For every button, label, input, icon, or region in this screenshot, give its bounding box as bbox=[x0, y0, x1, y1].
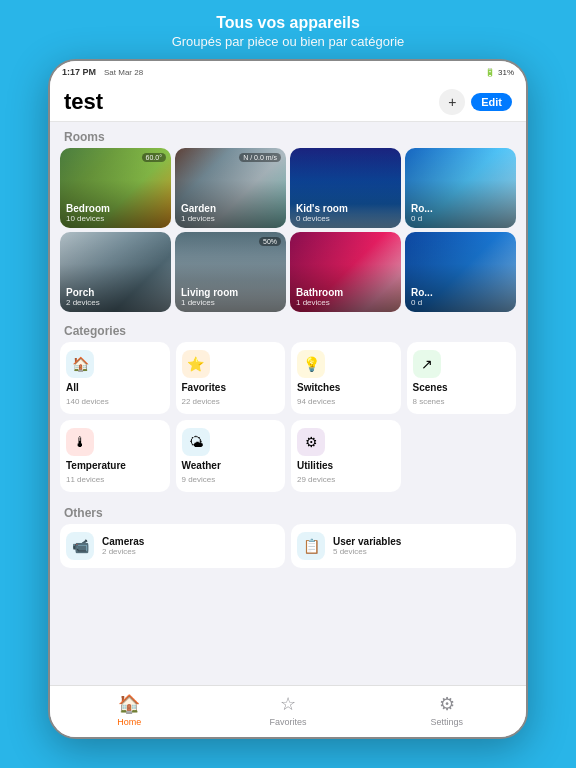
category-icon-glyph: ⭐ bbox=[187, 356, 204, 372]
other-count: 2 devices bbox=[102, 547, 144, 556]
status-date: Sat Mar 28 bbox=[104, 68, 143, 77]
room-info: Ro... 0 d bbox=[411, 287, 510, 307]
category-name: Utilities bbox=[297, 460, 333, 471]
app-header-text: Tous vos appareils Groupés par pièce ou … bbox=[152, 0, 425, 59]
category-icon: 💡 bbox=[297, 350, 325, 378]
category-card[interactable]: 🌤 Weather 9 devices bbox=[176, 420, 286, 492]
room-info: Bedroom 10 devices bbox=[66, 203, 165, 223]
category-name: All bbox=[66, 382, 79, 393]
category-icon-glyph: 🌤 bbox=[189, 434, 203, 450]
header-actions: + Edit bbox=[439, 89, 512, 115]
room-info: Kid's room 0 devices bbox=[296, 203, 395, 223]
category-icon-glyph: ↗ bbox=[421, 356, 433, 372]
app-subtitle: Groupés par pièce ou bien par catégorie bbox=[172, 34, 405, 49]
room-info: Porch 2 devices bbox=[66, 287, 165, 307]
other-info: Cameras 2 devices bbox=[102, 536, 144, 556]
category-icon: ↗ bbox=[413, 350, 441, 378]
others-label: Others bbox=[50, 498, 526, 524]
others-grid: 📹 Cameras 2 devices 📋 User variables 5 d… bbox=[50, 524, 526, 578]
room-card[interactable]: Kid's room 0 devices bbox=[290, 148, 401, 228]
room-name: Garden bbox=[181, 203, 280, 214]
category-count: 22 devices bbox=[182, 397, 220, 406]
room-badge: 60.0° bbox=[142, 153, 166, 162]
status-indicators: 🔋 31% bbox=[485, 68, 514, 77]
category-count: 8 scenes bbox=[413, 397, 445, 406]
tab-home[interactable]: 🏠 Home bbox=[50, 693, 209, 727]
room-devices: 0 d bbox=[411, 214, 510, 223]
room-card[interactable]: Ro... 0 d bbox=[405, 148, 516, 228]
status-bar: 1:17 PM Sat Mar 28 🔋 31% bbox=[50, 61, 526, 83]
battery-level: 31% bbox=[498, 68, 514, 77]
category-count: 9 devices bbox=[182, 475, 216, 484]
category-name: Weather bbox=[182, 460, 221, 471]
category-icon: ⚙ bbox=[297, 428, 325, 456]
room-badge: N / 0.0 m/s bbox=[239, 153, 281, 162]
tab-favorites[interactable]: ☆ Favorites bbox=[209, 693, 368, 727]
battery-icon: 🔋 bbox=[485, 68, 495, 77]
room-card[interactable]: N / 0.0 m/s Garden 1 devices bbox=[175, 148, 286, 228]
room-card[interactable]: Bathroom 1 devices bbox=[290, 232, 401, 312]
device-frame: 1:17 PM Sat Mar 28 🔋 31% test + Edit Roo… bbox=[48, 59, 528, 739]
category-name: Favorites bbox=[182, 382, 226, 393]
room-card[interactable]: Porch 2 devices bbox=[60, 232, 171, 312]
tab-label: Home bbox=[117, 717, 141, 727]
category-name: Scenes bbox=[413, 382, 448, 393]
category-count: 11 devices bbox=[66, 475, 104, 484]
category-icon-glyph: 🏠 bbox=[72, 356, 89, 372]
category-icon-glyph: 💡 bbox=[303, 356, 320, 372]
other-icon: 📹 bbox=[66, 532, 94, 560]
other-count: 5 devices bbox=[333, 547, 401, 556]
room-devices: 10 devices bbox=[66, 214, 165, 223]
category-card[interactable]: 🏠 All 140 devices bbox=[60, 342, 170, 414]
room-name: Porch bbox=[66, 287, 165, 298]
room-info: Ro... 0 d bbox=[411, 203, 510, 223]
category-name: Switches bbox=[297, 382, 340, 393]
category-card[interactable]: 💡 Switches 94 devices bbox=[291, 342, 401, 414]
room-badge: 50% bbox=[259, 237, 281, 246]
room-info: Living room 1 devices bbox=[181, 287, 280, 307]
other-card[interactable]: 📋 User variables 5 devices bbox=[291, 524, 516, 568]
category-icon: 🌤 bbox=[182, 428, 210, 456]
edit-button[interactable]: Edit bbox=[471, 93, 512, 111]
tab-settings[interactable]: ⚙ Settings bbox=[367, 693, 526, 727]
app-title: Tous vos appareils bbox=[172, 14, 405, 32]
room-name: Kid's room bbox=[296, 203, 395, 214]
room-devices: 1 devices bbox=[181, 298, 280, 307]
category-icon: 🏠 bbox=[66, 350, 94, 378]
other-name: User variables bbox=[333, 536, 401, 547]
category-icon: 🌡 bbox=[66, 428, 94, 456]
category-card[interactable]: ⭐ Favorites 22 devices bbox=[176, 342, 286, 414]
room-devices: 1 devices bbox=[296, 298, 395, 307]
category-card[interactable]: 🌡 Temperature 11 devices bbox=[60, 420, 170, 492]
room-devices: 0 d bbox=[411, 298, 510, 307]
category-card[interactable]: ↗ Scenes 8 scenes bbox=[407, 342, 517, 414]
category-count: 94 devices bbox=[297, 397, 335, 406]
home-name: test bbox=[64, 89, 103, 115]
tab-icon: 🏠 bbox=[118, 693, 140, 715]
other-icon: 📋 bbox=[297, 532, 325, 560]
category-icon-glyph: 🌡 bbox=[73, 434, 87, 450]
main-content[interactable]: Rooms 60.0° Bedroom 10 devices N / 0.0 m… bbox=[50, 122, 526, 685]
category-card[interactable]: ⚙ Utilities 29 devices bbox=[291, 420, 401, 492]
room-name: Bathroom bbox=[296, 287, 395, 298]
room-card[interactable]: 50% Living room 1 devices bbox=[175, 232, 286, 312]
category-count: 140 devices bbox=[66, 397, 109, 406]
room-name: Ro... bbox=[411, 203, 510, 214]
add-button[interactable]: + bbox=[439, 89, 465, 115]
tab-bar: 🏠 Home ☆ Favorites ⚙ Settings bbox=[50, 685, 526, 737]
room-devices: 2 devices bbox=[66, 298, 165, 307]
plus-icon: + bbox=[448, 94, 456, 110]
tab-label: Settings bbox=[430, 717, 463, 727]
category-count: 29 devices bbox=[297, 475, 335, 484]
room-card[interactable]: 60.0° Bedroom 10 devices bbox=[60, 148, 171, 228]
room-card[interactable]: Ro... 0 d bbox=[405, 232, 516, 312]
tab-icon: ☆ bbox=[280, 693, 296, 715]
room-name: Bedroom bbox=[66, 203, 165, 214]
room-info: Bathroom 1 devices bbox=[296, 287, 395, 307]
room-info: Garden 1 devices bbox=[181, 203, 280, 223]
room-devices: 0 devices bbox=[296, 214, 395, 223]
other-icon-glyph: 📋 bbox=[303, 538, 320, 554]
other-card[interactable]: 📹 Cameras 2 devices bbox=[60, 524, 285, 568]
category-icon: ⭐ bbox=[182, 350, 210, 378]
categories-label: Categories bbox=[50, 316, 526, 342]
